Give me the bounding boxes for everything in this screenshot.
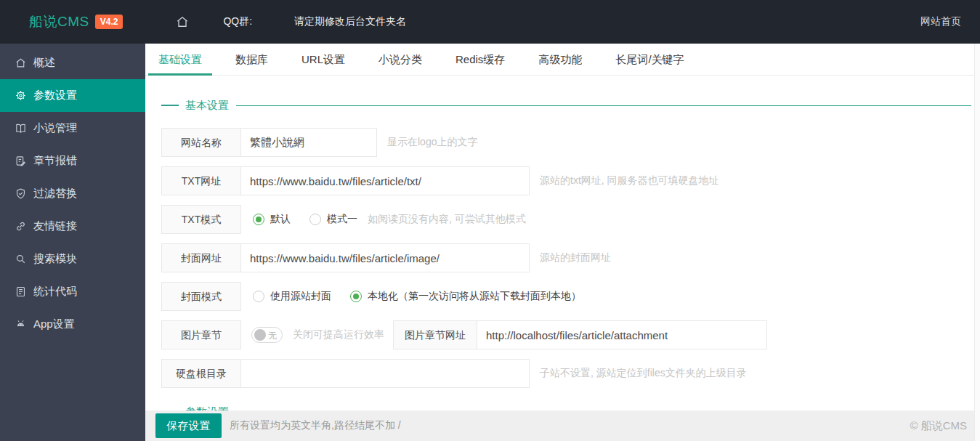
radio-unchecked-icon <box>253 291 264 302</box>
document-code-icon <box>15 286 27 298</box>
sidebar-item-label: App设置 <box>33 317 75 331</box>
tab-basic-settings[interactable]: 基础设置 <box>148 44 212 75</box>
tab-advanced-features[interactable]: 高级功能 <box>528 44 592 75</box>
save-settings-button[interactable]: 保存设置 <box>155 413 222 438</box>
txt-mode-hint: 如阅读页没有内容, 可尝试其他模式 <box>368 213 526 226</box>
sidebar-item-label: 参数设置 <box>33 89 77 102</box>
topbar-notice: 请定期修改后台文件夹名 <box>294 15 406 28</box>
sidebar-item-friend-links[interactable]: 友情链接 <box>0 210 145 243</box>
copyright-text: © 船说CMS <box>910 419 967 433</box>
report-icon <box>15 155 27 167</box>
sidebar-item-parameter-settings[interactable]: 参数设置 <box>0 79 145 112</box>
site-name-hint: 显示在logo上的文字 <box>387 136 477 149</box>
site-name-input[interactable] <box>240 128 377 157</box>
image-chapter-hint: 关闭可提高运行效率 <box>293 328 384 341</box>
sidebar-item-label: 搜索模块 <box>33 252 77 266</box>
app-logo[interactable]: 船说CMS <box>29 12 89 31</box>
cover-url-input[interactable] <box>240 243 530 272</box>
sidebar-item-label: 过滤替换 <box>33 187 77 201</box>
cover-mode-label: 封面模式 <box>161 282 241 311</box>
txt-url-hint: 源站的txt网址, 同服务器也可填硬盘地址 <box>540 174 719 187</box>
site-name-label: 网站名称 <box>161 128 241 157</box>
section-header-basic: 基本设置 <box>161 97 971 113</box>
sidebar-item-statistics-code[interactable]: 统计代码 <box>0 275 145 308</box>
tab-longtail-keywords[interactable]: 长尾词/关键字 <box>605 44 694 75</box>
sidebar-item-chapter-errors[interactable]: 章节报错 <box>0 145 145 177</box>
search-icon <box>15 253 27 265</box>
qq-group-label: QQ群: <box>223 15 252 28</box>
toggle-knob <box>254 329 266 341</box>
android-icon <box>15 318 27 331</box>
form-row-cover-url: 封面网址 源站的封面网址 <box>161 243 971 272</box>
sidebar-item-label: 统计代码 <box>33 285 77 299</box>
sidebar-item-overview[interactable]: 概述 <box>0 46 145 79</box>
home-icon[interactable] <box>175 15 190 29</box>
sidebar-item-novel-management[interactable]: 小说管理 <box>0 112 145 145</box>
radio-option-label: 默认 <box>270 213 291 226</box>
txt-url-label: TXT网址 <box>161 166 241 195</box>
radio-option-label: 本地化（第一次访问将从源站下载封面到本地） <box>368 290 581 303</box>
settings-tabs: 基础设置 数据库 URL设置 小说分类 Redis缓存 高级功能 长尾词/关键字 <box>145 44 980 76</box>
radio-unchecked-icon <box>309 214 321 225</box>
sidebar-item-label: 概述 <box>33 56 55 70</box>
sidebar-item-search-module[interactable]: 搜索模块 <box>0 243 145 275</box>
sidebar-item-label: 章节报错 <box>33 154 77 168</box>
disk-root-hint: 子站不设置, 源站定位到files文件夹的上级目录 <box>540 367 747 380</box>
section-title: 基本设置 <box>185 99 229 113</box>
form-scroll-area: 基本设置 网站名称 显示在logo上的文字 TXT网址 源站的txt网址, 同服… <box>145 76 980 441</box>
txt-mode-option-mode1[interactable]: 模式一 <box>309 213 357 226</box>
link-icon <box>15 220 27 232</box>
radio-option-label: 模式一 <box>327 213 357 226</box>
radio-checked-icon <box>350 291 362 302</box>
tab-url-settings[interactable]: URL设置 <box>291 44 355 75</box>
sidebar-item-label: 小说管理 <box>33 121 77 135</box>
cover-url-hint: 源站的封面网址 <box>540 251 611 264</box>
topbar: 船说CMS V4.2 QQ群: 请定期修改后台文件夹名 网站首页 <box>0 0 980 44</box>
cover-url-label: 封面网址 <box>161 243 241 272</box>
vertical-scrollbar[interactable] <box>974 44 980 441</box>
section-dash <box>161 105 179 106</box>
footer-note: 所有设置均为英文半角,路径结尾不加 / <box>230 419 401 432</box>
cover-mode-option-localize[interactable]: 本地化（第一次访问将从源站下载封面到本地） <box>350 290 581 303</box>
gear-icon <box>15 89 27 102</box>
sidebar-item-app-settings[interactable]: App设置 <box>0 308 145 341</box>
cover-mode-option-source[interactable]: 使用源站封面 <box>253 290 331 303</box>
main-content: 基础设置 数据库 URL设置 小说分类 Redis缓存 高级功能 长尾词/关键字… <box>145 44 980 441</box>
sidebar-item-filter-replace[interactable]: 过滤替换 <box>0 177 145 210</box>
version-badge: V4.2 <box>95 15 123 29</box>
txt-mode-label: TXT模式 <box>161 205 241 234</box>
footer-bar: 保存设置 所有设置均为英文半角,路径结尾不加 / © 船说CMS <box>145 410 980 441</box>
section-divider-line <box>236 105 971 106</box>
sidebar-item-label: 友情链接 <box>33 219 77 233</box>
radio-checked-icon <box>253 214 264 225</box>
radio-option-label: 使用源站封面 <box>270 290 331 303</box>
image-chapter-url-label: 图片章节网址 <box>393 320 477 349</box>
tab-novel-categories[interactable]: 小说分类 <box>368 44 432 75</box>
tab-database[interactable]: 数据库 <box>225 44 278 75</box>
form-row-txt-url: TXT网址 源站的txt网址, 同服务器也可填硬盘地址 <box>161 166 971 195</box>
form-row-cover-mode: 封面模式 使用源站封面 本地化（第一次访问将从源站下载封面到本地） <box>161 282 971 311</box>
form-row-site-name: 网站名称 显示在logo上的文字 <box>161 128 971 157</box>
shield-check-icon <box>15 187 27 200</box>
image-chapter-label: 图片章节 <box>161 320 241 349</box>
tab-redis-cache[interactable]: Redis缓存 <box>445 44 515 75</box>
form-row-txt-mode: TXT模式 默认 模式一 如阅读页没有内容, 可尝试其他模式 <box>161 205 971 234</box>
sidebar: 概述 参数设置 小说管理 章节报错 过滤替换 友情链接 搜索模块 统计代码 Ap… <box>0 44 145 441</box>
home-icon <box>15 57 27 69</box>
disk-root-label: 硬盘根目录 <box>161 359 241 388</box>
image-chapter-toggle[interactable]: 无 <box>251 327 283 343</box>
image-chapter-url-input[interactable] <box>477 320 767 349</box>
txt-mode-option-default[interactable]: 默认 <box>253 213 291 226</box>
form-row-image-chapter: 图片章节 无 关闭可提高运行效率 图片章节网址 <box>161 320 971 349</box>
toggle-state-label: 无 <box>268 330 277 342</box>
txt-url-input[interactable] <box>240 166 530 195</box>
site-home-link[interactable]: 网站首页 <box>920 15 961 28</box>
form-row-disk-root: 硬盘根目录 子站不设置, 源站定位到files文件夹的上级目录 <box>161 359 971 388</box>
book-icon <box>15 122 27 134</box>
disk-root-input[interactable] <box>240 359 530 388</box>
